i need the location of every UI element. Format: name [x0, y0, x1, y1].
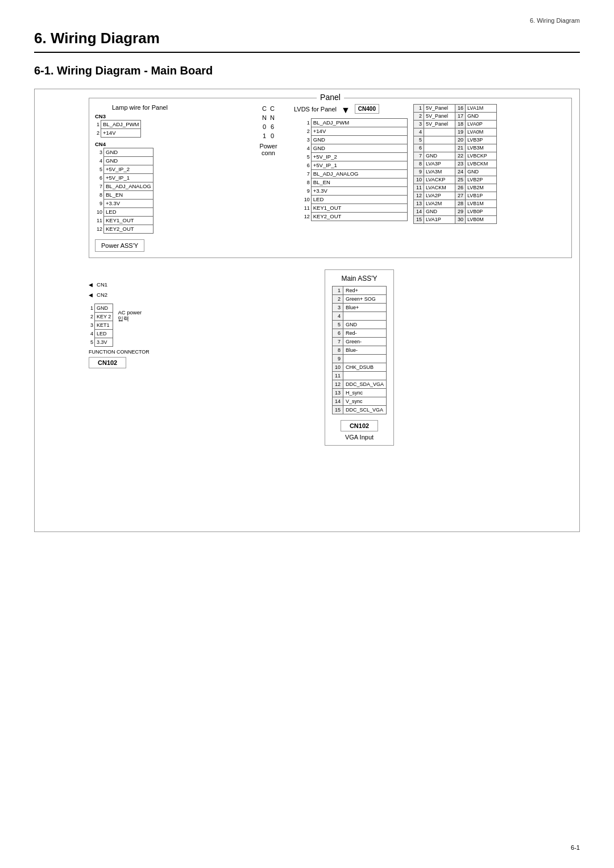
- cn1-cn2-block: ◀ CN1 ◀ CN2 1GND 2KEY 2 3KET1 4LED: [89, 281, 202, 347]
- cn400-box: CN400: [355, 104, 379, 114]
- cn102-small-section: FUNCTION CONNECTOR CN102: [89, 349, 202, 368]
- table-row: 11LVACKM 26LVB2M: [414, 184, 497, 192]
- table-row: 12DDC_SDA_VGA: [333, 380, 387, 389]
- table-row: 3Blue+: [333, 304, 387, 312]
- page-header: 6. Wiring Diagram: [34, 17, 580, 24]
- table-row: 6 21LVB3M: [414, 144, 497, 152]
- table-row: 7GND 22LVBCKP: [414, 152, 497, 160]
- table-row: 10LVACKP 25LVB2P: [414, 176, 497, 184]
- cn400-table: 15V_Panel 16LVA1M 25V_Panel 17GND 35V_Pa…: [413, 104, 497, 224]
- table-row: 11: [333, 372, 387, 380]
- lamp-wire-label: Lamp wire for Panel: [112, 104, 168, 111]
- table-row: 5 20LVB3P: [414, 136, 497, 144]
- table-row: 4 19LVA0M: [414, 128, 497, 136]
- table-row: 5GND: [333, 321, 387, 329]
- power-conn-section: C N 0 1 C N 6 0 Power: [248, 104, 288, 156]
- lvds-section: LVDS for Panel ▼ CN400 1BL_ADJ_PWM 2+14V…: [294, 104, 408, 222]
- table-row: 15V_Panel 16LVA1M: [414, 105, 497, 113]
- table-row: 12KEY2_OUT: [95, 225, 153, 234]
- table-row: 14V_sync: [333, 397, 387, 406]
- lower-area: ◀ CN1 ◀ CN2 1GND 2KEY 2 3KET1 4LED: [89, 269, 571, 446]
- table-row: 3KET1: [89, 321, 113, 330]
- main-assy-table: 1Red+ 2Green+ SOG 3Blue+ 4 5GND: [332, 286, 387, 414]
- ac-power-label2: 입력: [118, 315, 142, 323]
- table-row: 2Green+ SOG: [333, 295, 387, 304]
- table-row: 1GND: [89, 304, 113, 313]
- table-row: 4GND: [95, 157, 153, 165]
- table-row: 9+3.3V: [95, 200, 153, 208]
- table-row: 8BL_EN: [294, 178, 408, 187]
- cn01-0: 0: [262, 122, 267, 131]
- conn-label: conn: [259, 149, 277, 156]
- main-assy-label: Main ASS'Y: [332, 275, 387, 283]
- table-row: 6+5V_IP_1: [294, 161, 408, 170]
- power-label: Power: [259, 143, 277, 149]
- table-row: 5+5V_IP_2: [294, 153, 408, 161]
- table-row: 2KEY 2: [89, 313, 113, 321]
- cn3-table: 1BL_ADJ_PWM 2+14V: [95, 120, 141, 138]
- table-row: 13LVA2M 28LVB1M: [414, 200, 497, 208]
- table-row: 3GND: [95, 148, 153, 157]
- table-row: 7BL_ADJ_ANALOG: [294, 170, 408, 178]
- table-row: 9: [333, 355, 387, 363]
- cn60-n: N: [270, 113, 275, 122]
- cn4-block: CN4 3GND 4GND 5+5V_IP_2 6+5V_IP_1 7BL_AD…: [95, 141, 154, 235]
- table-row: 2+14V: [294, 127, 408, 136]
- cn400-section: 15V_Panel 16LVA1M 25V_Panel 17GND 35V_Pa…: [413, 104, 497, 224]
- table-row: 15DDC_SCL_VGA: [333, 406, 387, 414]
- table-row: 3GND: [294, 136, 408, 144]
- panel-box: Panel Lamp wire for Panel CN3 1BL_ADJ_PW…: [89, 98, 572, 258]
- table-row: 15LVA1P 30LVB0M: [414, 216, 497, 224]
- table-row: 4: [333, 312, 387, 321]
- table-row: 8Blue-: [333, 346, 387, 355]
- table-row: 12LVA2P 27LVB1P: [414, 192, 497, 200]
- table-row: 7Green-: [333, 338, 387, 346]
- table-row: 4LED: [89, 330, 113, 338]
- cn4-label: CN4: [95, 141, 154, 147]
- cn4-table: 3GND 4GND 5+5V_IP_2 6+5V_IP_1 7BL_ADJ_AN…: [95, 148, 154, 234]
- table-row: 10LED: [294, 196, 408, 204]
- ac-power-label: AC power: [118, 309, 142, 315]
- cn3-label: CN3: [95, 113, 141, 119]
- table-row: 5+5V_IP_2: [95, 165, 153, 174]
- table-row: 6+5V_IP_1: [95, 174, 153, 182]
- left-side: ◀ CN1 ◀ CN2 1GND 2KEY 2 3KET1 4LED: [89, 269, 202, 446]
- cn01-1: 1: [262, 131, 267, 140]
- table-row: 10LED: [95, 208, 153, 217]
- cn60-0: 0: [270, 131, 275, 140]
- table-row: 8LVA3P 23LVBCKM: [414, 160, 497, 168]
- main-assy-area: Main ASS'Y 1Red+ 2Green+ SOG 3Blue+ 4: [325, 269, 394, 446]
- arrow-down-icon: ▼: [341, 105, 350, 115]
- table-row: 10CHK_DSUB: [333, 363, 387, 372]
- table-row: 13H_sync: [333, 389, 387, 397]
- chapter-title: 6. Wiring Diagram: [34, 30, 580, 53]
- cn01-c: C: [262, 104, 267, 113]
- cn60-6: 6: [270, 122, 275, 131]
- wiring-diagram: Panel Lamp wire for Panel CN3 1BL_ADJ_PW…: [34, 89, 580, 532]
- cn102-box: CN102: [89, 357, 126, 368]
- table-row: 9+3.3V: [294, 187, 408, 196]
- cn1-label: CN1: [97, 281, 107, 288]
- cn2-label: CN2: [97, 292, 107, 298]
- table-row: 11KEY1_OUT: [95, 217, 153, 225]
- table-row: 12KEY2_OUT: [294, 213, 408, 221]
- lamp-wire-section: Lamp wire for Panel CN3 1BL_ADJ_PWM 2+14…: [95, 104, 243, 252]
- lvds-table: 1BL_ADJ_PWM 2+14V 3GND 4GND 5+5V_IP_2 6+…: [294, 118, 408, 221]
- table-row: 35V_Panel 18LVA0P: [414, 121, 497, 128]
- table-row: 1Red+: [333, 286, 387, 295]
- function-connector-label: FUNCTION CONNECTOR: [89, 349, 202, 355]
- panel-label: Panel: [317, 93, 344, 102]
- table-row: 6Red-: [333, 329, 387, 338]
- page-footer: 6-1: [571, 844, 580, 851]
- vga-section: CN102 VGA Input: [332, 420, 387, 441]
- cn3-block: CN3 1BL_ADJ_PWM 2+14V: [95, 113, 141, 139]
- vga-cn102-box: CN102: [341, 420, 378, 431]
- section-title: 6-1. Wiring Diagram - Main Board: [34, 64, 580, 77]
- power-assy-box: Power ASS'Y: [95, 239, 144, 252]
- vga-input-label: VGA Input: [345, 434, 374, 441]
- table-row: 14GND 29LVB0P: [414, 208, 497, 216]
- table-row: 25V_Panel 17GND: [414, 113, 497, 121]
- table-row: 1BL_ADJ_PWM: [95, 121, 141, 129]
- table-row: 2+14V: [95, 129, 141, 138]
- table-row: 1BL_ADJ_PWM: [294, 119, 408, 127]
